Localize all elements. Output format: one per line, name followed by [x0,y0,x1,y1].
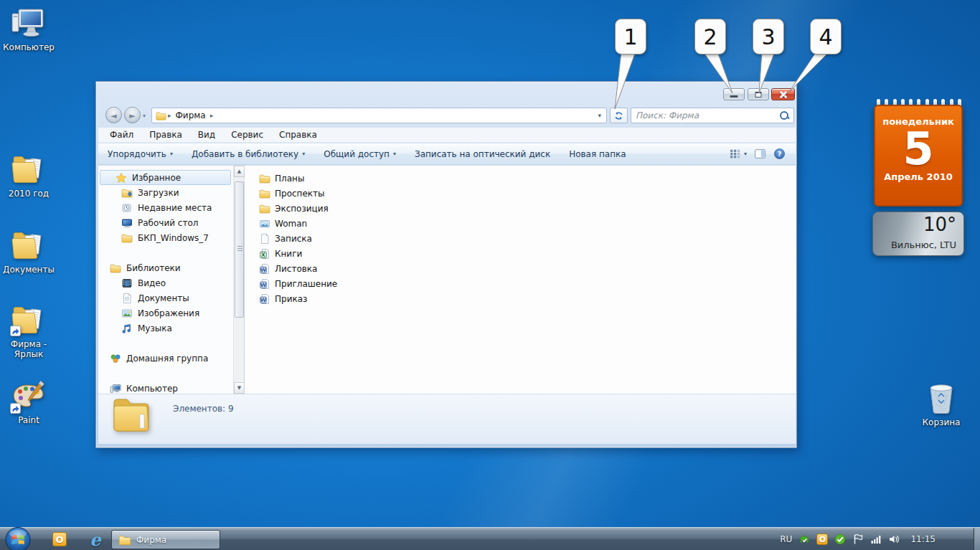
file-row[interactable]: Записка [259,231,312,246]
nav-favorites[interactable]: Избранное [100,170,231,185]
green-check-icon[interactable] [834,534,846,545]
menu-help[interactable]: Справка [279,130,317,140]
share-button[interactable]: Общий доступ ▾ [314,146,405,162]
volume-icon[interactable] [888,534,900,545]
taskbar-window-button-firma[interactable]: Фирма [111,530,220,549]
file-row[interactable]: Листовка [259,261,317,276]
nav-bkp-windows7[interactable]: БКП_Windows_7 [121,230,209,245]
folder-icon [156,110,166,121]
libraries-icon [110,262,121,274]
close-button[interactable] [771,88,795,100]
desktop-icon-label: Paint [1,415,56,425]
shortcut-arrow-icon [10,403,21,414]
forward-button[interactable]: ► [124,107,141,123]
homegroup-icon [110,353,121,364]
network-signal-icon[interactable] [870,534,882,545]
file-row[interactable]: Woman [259,216,307,231]
details-pane: Элементов: 9 [98,394,796,444]
explorer-window: ◄ ► ▾ ▸ Фирма ▸ ▾ Файл Правка Вид Сервис… [95,81,797,448]
scrollbar-thumb[interactable] [235,181,244,318]
nav-documents[interactable]: Документы [121,290,189,305]
weather-gadget[interactable]: 10° Вильнюс, LTU [872,212,964,256]
search-box[interactable] [631,108,794,123]
folder-icon [118,534,131,546]
desktop-icon-dokumenty[interactable]: Документы [1,228,56,275]
address-bar[interactable]: ▸ Фирма ▸ ▾ [151,108,607,123]
views-button[interactable]: ▾ [729,148,747,160]
word-file-icon [259,278,270,290]
add-to-library-button[interactable]: Добавить в библиотеку ▾ [182,146,314,162]
desktop-icon-label: Компьютер [1,42,56,52]
text-file-icon [259,233,270,245]
refresh-icon [613,110,624,121]
chevron-down-icon: ▾ [302,151,305,157]
chevron-down-icon: ▾ [170,151,173,157]
system-tray: RU O 11:15 [780,528,946,550]
burn-disc-button[interactable]: Записать на оптический диск [405,146,560,162]
menu-bar: Файл Правка Вид Сервис Справка [98,128,796,143]
file-row[interactable]: Планы [259,171,304,186]
menu-edit[interactable]: Правка [149,130,182,140]
outlook-tray-icon[interactable]: O [816,534,828,545]
nav-homegroup[interactable]: Домашняя группа [110,351,208,366]
nav-videos[interactable]: Видео [121,275,166,290]
organize-button[interactable]: Упорядочить ▾ [98,146,182,162]
address-dropdown-icon[interactable]: ▾ [598,112,601,119]
callout-2: 2 [694,19,726,54]
recycle-bin-icon [923,381,960,415]
file-row[interactable]: Приказ [259,291,307,306]
nav-desktop[interactable]: Рабочий стол [121,215,198,230]
file-row[interactable]: Проспекты [259,186,325,201]
maximize-button[interactable] [748,88,769,100]
back-button[interactable]: ◄ [105,107,122,123]
desktop-icon-paint[interactable]: Paint [1,379,56,425]
nav-downloads[interactable]: Загрузки [121,185,179,200]
desktop-icon-label: Фирма - Ярлык [1,339,56,359]
menu-tools[interactable]: Сервис [231,130,263,140]
desktop-icon-firma-shortcut[interactable]: Фирма - Ярлык [1,303,56,359]
show-desktop-button[interactable] [974,528,980,550]
forward-icon: ► [129,111,135,119]
recent-places-icon [121,202,133,214]
taskbar-ie-button[interactable]: e [85,530,106,549]
star-icon [116,172,127,184]
refresh-button[interactable] [610,108,628,123]
desktop-icon-label: Документы [1,265,56,275]
pictures-icon [121,308,133,319]
nav-scrollbar[interactable]: ▲ ▼ [233,166,244,394]
views-icon [729,148,741,160]
calendar-month-year: Апрель 2010 [875,171,961,182]
document-icon [121,293,133,304]
desktop-icon-computer[interactable]: Компьютер [1,6,56,52]
calendar-gadget[interactable]: понедельник 5 Апрель 2010 [874,105,963,207]
minimize-button[interactable] [723,88,745,100]
file-row[interactable]: Экспозиция [259,201,329,216]
desktop-icon-2010-god[interactable]: 2010 год [1,152,56,199]
language-indicator[interactable]: RU [780,534,792,544]
desktop-icon-recycle-bin[interactable]: Корзина [914,381,969,427]
new-folder-button[interactable]: Новая папка [560,146,635,162]
nav-pictures[interactable]: Изображения [121,305,199,321]
desktop-icon-label: Корзина [914,417,969,427]
help-button[interactable] [773,148,786,160]
nav-libraries[interactable]: Библиотеки [110,260,181,275]
breadcrumb-arrow-icon[interactable]: ▸ [210,112,214,119]
menu-file[interactable]: Файл [110,130,133,140]
file-row[interactable]: Приглашение [259,276,337,291]
nav-recent-places[interactable]: Недавние места [121,200,212,215]
menu-view[interactable]: Вид [198,130,215,140]
preview-pane-button[interactable] [754,148,766,160]
file-row[interactable]: Книги [259,246,302,261]
recent-pages-dropdown[interactable]: ▾ [143,113,146,119]
start-button[interactable] [4,526,32,550]
folder-documents-icon [10,152,47,186]
nav-music[interactable]: Музыка [121,321,172,336]
phone-check-icon[interactable] [798,534,810,545]
breadcrumb-folder[interactable]: Фирма [176,110,206,120]
search-input[interactable] [636,110,780,120]
action-center-flag-icon[interactable] [852,534,864,545]
taskbar-outlook-button[interactable]: O [49,530,70,549]
clock[interactable]: 11:15 [910,534,936,544]
scroll-up-button[interactable]: ▲ [234,166,245,177]
scroll-down-button[interactable]: ▼ [234,382,245,394]
